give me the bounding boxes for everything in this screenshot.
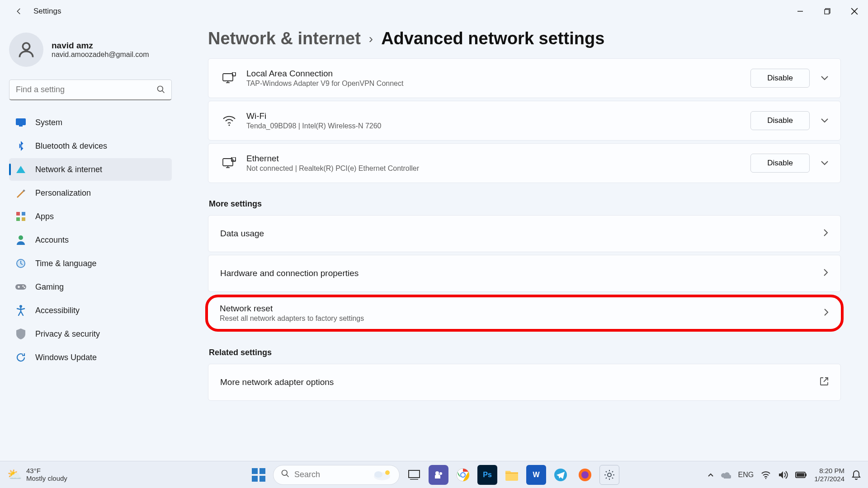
window-controls <box>787 0 868 23</box>
row-data-usage[interactable]: Data usage <box>208 215 841 252</box>
taskbar-search[interactable]: Search <box>273 465 400 485</box>
sidebar-item-label: Accounts <box>35 235 69 245</box>
privacy-icon <box>15 328 26 339</box>
telegram-button[interactable] <box>551 465 571 485</box>
svg-rect-28 <box>252 476 258 482</box>
svg-point-5 <box>23 43 29 50</box>
adapter-row-ethernet[interactable]: Ethernet Not connected | Realtek(R) PCI(… <box>208 143 841 183</box>
clock-date: 1/27/2024 <box>814 475 844 483</box>
maximize-button[interactable] <box>814 0 841 23</box>
sidebar-item-label: Accessibility <box>35 306 80 315</box>
sidebar: navid amz navid.amoozadeh@gmail.com Syst… <box>0 23 181 461</box>
breadcrumb-parent[interactable]: Network & internet <box>208 29 361 48</box>
row-more-adapter-options[interactable]: More network adapter options <box>208 364 841 401</box>
sidebar-item-label: Privacy & security <box>35 329 100 339</box>
sidebar-item-privacy[interactable]: Privacy & security <box>9 323 172 345</box>
svg-point-30 <box>282 470 288 476</box>
svg-point-23 <box>228 124 230 126</box>
row-subtitle: Reset all network adapters to factory se… <box>220 314 364 323</box>
disable-button[interactable]: Disable <box>750 111 810 130</box>
chevron-down-icon[interactable] <box>821 116 829 126</box>
adapter-row-lan[interactable]: Local Area Connection TAP-Windows Adapte… <box>208 58 841 98</box>
svg-rect-36 <box>410 479 418 480</box>
section-more-settings: More settings <box>209 199 841 209</box>
firefox-button[interactable] <box>575 465 595 485</box>
profile-block[interactable]: navid amz navid.amoozadeh@gmail.com <box>9 33 172 67</box>
svg-point-45 <box>608 473 611 477</box>
word-button[interactable]: W <box>526 465 546 485</box>
content-area: Network & internet › Advanced network se… <box>181 23 868 461</box>
sidebar-item-time[interactable]: Time & language <box>9 252 172 275</box>
network-icon <box>15 164 26 175</box>
task-view-button[interactable] <box>404 465 424 485</box>
sidebar-item-bluetooth[interactable]: Bluetooth & devices <box>9 135 172 157</box>
svg-point-44 <box>581 471 589 479</box>
chrome-button[interactable] <box>453 465 473 485</box>
svg-point-15 <box>19 235 23 240</box>
svg-rect-12 <box>22 212 25 216</box>
chevron-down-icon[interactable] <box>821 74 829 83</box>
weather-icon: ⛅ <box>7 468 22 482</box>
taskbar: ⛅ 43°F Mostly cloudy Search Ps W ENG <box>0 461 868 488</box>
start-button[interactable] <box>249 465 269 485</box>
search-input[interactable] <box>9 80 172 100</box>
chevron-right-icon <box>823 229 829 239</box>
disable-button[interactable]: Disable <box>750 154 810 173</box>
chevron-down-icon[interactable] <box>821 159 829 168</box>
maximize-icon <box>824 8 830 14</box>
sidebar-item-system[interactable]: System <box>9 111 172 134</box>
settings-button[interactable] <box>599 465 619 485</box>
monitor-icon <box>220 72 238 84</box>
teams-button[interactable] <box>429 465 448 485</box>
row-title: Network reset <box>220 304 364 314</box>
tray-chevron-icon[interactable] <box>708 473 714 477</box>
avatar <box>9 33 43 67</box>
svg-point-6 <box>158 86 163 92</box>
explorer-button[interactable] <box>502 465 522 485</box>
minimize-icon <box>797 8 803 14</box>
disable-button[interactable]: Disable <box>750 69 810 88</box>
back-button[interactable] <box>10 2 28 20</box>
folder-icon <box>505 469 519 481</box>
titlebar: Settings <box>0 0 868 23</box>
adapter-subtitle: TAP-Windows Adapter V9 for OpenVPN Conne… <box>246 80 403 88</box>
search-icon <box>281 469 290 480</box>
teams-icon <box>433 469 444 480</box>
svg-rect-49 <box>797 473 804 477</box>
sidebar-item-accessibility[interactable]: Accessibility <box>9 299 172 322</box>
onedrive-icon[interactable] <box>721 471 731 479</box>
adapter-title: Wi-Fi <box>246 111 382 121</box>
weather-widget[interactable]: ⛅ 43°F Mostly cloudy <box>7 467 67 482</box>
svg-point-33 <box>374 471 382 478</box>
row-network-reset[interactable]: Network reset Reset all network adapters… <box>205 295 844 332</box>
sidebar-item-label: Apps <box>35 212 54 221</box>
svg-point-38 <box>439 472 442 475</box>
sidebar-item-network[interactable]: Network & internet <box>9 158 172 181</box>
sidebar-item-update[interactable]: Windows Update <box>9 346 172 369</box>
sidebar-item-label: Gaming <box>35 282 64 292</box>
sidebar-item-apps[interactable]: Apps <box>9 205 172 228</box>
sidebar-item-accounts[interactable]: Accounts <box>9 229 172 251</box>
windows-icon <box>252 468 265 482</box>
sidebar-item-label: System <box>35 118 62 127</box>
volume-icon[interactable] <box>778 470 788 479</box>
language-indicator[interactable]: ENG <box>738 471 754 479</box>
adapter-row-wifi[interactable]: Wi-Fi Tenda_09BD98 | Intel(R) Wireless-N… <box>208 101 841 141</box>
photoshop-button[interactable]: Ps <box>477 465 497 485</box>
sidebar-item-personalization[interactable]: Personalization <box>9 182 172 204</box>
wifi-tray-icon[interactable] <box>761 471 771 479</box>
gaming-icon <box>15 282 26 292</box>
sidebar-item-label: Windows Update <box>35 353 97 362</box>
svg-point-19 <box>24 286 25 288</box>
battery-icon[interactable] <box>795 472 807 478</box>
sidebar-item-label: Personalization <box>35 188 91 198</box>
row-hardware-properties[interactable]: Hardware and connection properties <box>208 255 841 292</box>
minimize-button[interactable] <box>787 0 814 23</box>
close-button[interactable] <box>841 0 868 23</box>
sidebar-item-label: Network & internet <box>35 165 102 174</box>
row-title: Data usage <box>220 229 264 239</box>
sidebar-item-gaming[interactable]: Gaming <box>9 276 172 298</box>
notifications-icon[interactable] <box>852 470 861 480</box>
taskbar-search-placeholder: Search <box>294 470 320 479</box>
clock[interactable]: 8:20 PM 1/27/2024 <box>814 467 844 483</box>
